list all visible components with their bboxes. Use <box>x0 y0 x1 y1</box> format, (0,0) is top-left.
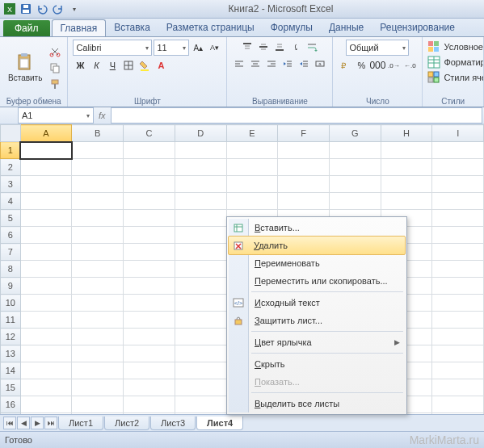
cell-A12[interactable] <box>20 329 72 345</box>
cell-B1[interactable] <box>72 142 124 159</box>
cell-H4[interactable] <box>381 193 432 210</box>
row-header-4[interactable]: 4 <box>1 193 21 210</box>
cell-B4[interactable] <box>72 193 124 210</box>
sheet-nav-last-icon[interactable]: ⏭ <box>44 417 57 429</box>
cell-C10[interactable] <box>124 295 175 312</box>
italic-button[interactable]: К <box>89 58 103 73</box>
cell-C1[interactable] <box>124 142 175 159</box>
align-center-icon[interactable] <box>248 57 263 71</box>
tab-0[interactable]: Главная <box>52 19 107 36</box>
cell-B16[interactable] <box>72 396 124 413</box>
redo-icon[interactable] <box>52 2 65 15</box>
tab-3[interactable]: Формулы <box>263 19 321 36</box>
underline-button[interactable]: Ч <box>105 58 120 73</box>
cell-B5[interactable] <box>72 210 124 227</box>
cell-E1[interactable] <box>226 142 278 159</box>
fx-label[interactable]: fx <box>99 111 106 120</box>
increase-indent-icon[interactable] <box>297 57 311 71</box>
number-format-combo[interactable]: Общий▾ <box>346 40 409 56</box>
tab-1[interactable]: Вставка <box>106 19 158 36</box>
save-icon[interactable] <box>19 2 32 15</box>
cell-H3[interactable] <box>381 176 432 193</box>
cell-I17[interactable] <box>432 413 484 415</box>
cell-I16[interactable] <box>432 396 484 413</box>
row-header-9[interactable]: 9 <box>1 278 21 295</box>
cell-D6[interactable] <box>175 227 226 244</box>
cell-I4[interactable] <box>432 193 484 210</box>
row-header-7[interactable]: 7 <box>1 244 21 261</box>
col-header-C[interactable]: C <box>124 125 175 142</box>
sheet-tab-2[interactable]: Лист3 <box>150 417 196 430</box>
cell-D3[interactable] <box>175 176 226 193</box>
cell-B6[interactable] <box>72 227 124 244</box>
cell-A13[interactable] <box>20 345 72 362</box>
cm-item-7[interactable]: Скрыть <box>229 355 405 373</box>
cell-A2[interactable] <box>20 159 72 176</box>
row-header-15[interactable]: 15 <box>1 379 21 396</box>
cell-A15[interactable] <box>20 379 72 396</box>
copy-icon[interactable] <box>48 61 62 75</box>
cell-I6[interactable] <box>432 227 484 244</box>
align-left-icon[interactable] <box>232 57 246 71</box>
col-header-H[interactable]: H <box>381 125 432 142</box>
row-header-8[interactable]: 8 <box>1 261 21 278</box>
cm-item-5[interactable]: Защитить лист... <box>229 312 405 329</box>
cell-D15[interactable] <box>175 379 226 396</box>
cell-I7[interactable] <box>432 244 484 261</box>
cell-D10[interactable] <box>175 295 226 312</box>
cell-A17[interactable] <box>20 413 72 415</box>
cell-C17[interactable] <box>124 413 175 415</box>
cell-I2[interactable] <box>432 159 484 176</box>
row-header-10[interactable]: 10 <box>1 295 21 312</box>
cell-B3[interactable] <box>72 176 124 193</box>
cell-A16[interactable] <box>20 396 72 413</box>
cell-B9[interactable] <box>72 278 124 295</box>
file-tab[interactable]: Файл <box>3 20 50 36</box>
row-header-14[interactable]: 14 <box>1 362 21 379</box>
conditional-format-button[interactable]: Условное форматиро <box>427 40 484 54</box>
comma-icon[interactable]: 000 <box>370 58 385 73</box>
col-header-G[interactable]: G <box>329 125 381 142</box>
cm-item-6[interactable]: Цвет ярлычка▶ <box>229 333 405 351</box>
cell-C8[interactable] <box>124 261 175 278</box>
cell-D8[interactable] <box>175 261 226 278</box>
cell-C11[interactable] <box>124 312 175 329</box>
cell-I14[interactable] <box>432 362 484 379</box>
cell-D4[interactable] <box>175 193 226 210</box>
increase-decimal-icon[interactable]: .0→ <box>386 58 401 73</box>
undo-icon[interactable] <box>36 2 48 15</box>
row-header-11[interactable]: 11 <box>1 312 21 329</box>
name-box[interactable]: A1▾ <box>18 107 94 124</box>
col-header-I[interactable]: I <box>432 125 484 142</box>
cell-G3[interactable] <box>329 176 381 193</box>
cell-F2[interactable] <box>278 159 330 176</box>
cell-D5[interactable] <box>175 210 226 227</box>
cell-B11[interactable] <box>72 312 124 329</box>
sheet-tab-3[interactable]: Лист4 <box>196 417 243 430</box>
cell-styles-button[interactable]: Стили ячеек▾ <box>427 70 484 85</box>
cell-D12[interactable] <box>175 329 226 345</box>
cm-item-2[interactable]: Переименовать <box>229 254 405 272</box>
cell-H1[interactable] <box>381 142 432 159</box>
cell-A7[interactable] <box>20 244 72 261</box>
cell-D2[interactable] <box>175 159 226 176</box>
cell-A14[interactable] <box>20 362 72 379</box>
cell-B10[interactable] <box>72 295 124 312</box>
sheet-tab-1[interactable]: Лист2 <box>104 417 149 430</box>
cell-C4[interactable] <box>124 193 175 210</box>
cell-E4[interactable] <box>226 193 278 210</box>
cell-I3[interactable] <box>432 176 484 193</box>
cell-C16[interactable] <box>124 396 175 413</box>
font-size-combo[interactable]: 11▾ <box>154 40 189 56</box>
cell-B15[interactable] <box>72 379 124 396</box>
cell-B2[interactable] <box>72 159 124 176</box>
col-header-F[interactable]: F <box>278 125 330 142</box>
sheet-tab-0[interactable]: Лист1 <box>58 417 103 430</box>
cell-H2[interactable] <box>381 159 432 176</box>
cell-C15[interactable] <box>124 379 175 396</box>
align-middle-icon[interactable] <box>256 40 271 54</box>
align-bottom-icon[interactable] <box>272 40 287 54</box>
tab-2[interactable]: Разметка страницы <box>158 19 263 36</box>
cm-item-4[interactable]: </>Исходный текст <box>229 294 405 312</box>
row-header-2[interactable]: 2 <box>1 159 21 176</box>
